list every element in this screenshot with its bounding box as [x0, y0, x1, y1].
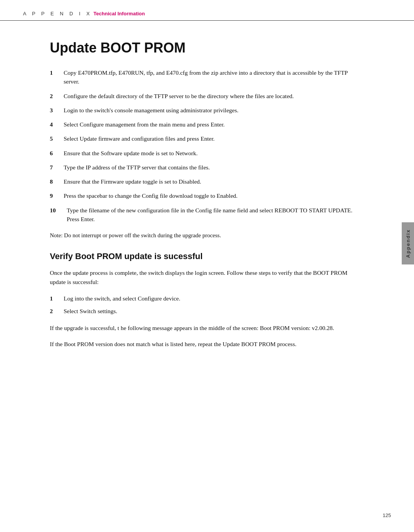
step-text: Login to the switch's console management…	[64, 106, 238, 115]
step-text: Ensure that the Firmware update toggle i…	[64, 177, 201, 186]
step-number: 2	[50, 307, 64, 315]
body-text-1: Once the update process is complete, the…	[50, 268, 364, 287]
body-text-3: If the Boot PROM version does not match …	[50, 340, 364, 349]
page-header: A P P E N D I X Technical Information	[0, 0, 414, 21]
list-item: 1 Log into the switch, and select Config…	[50, 294, 364, 303]
step-text: Press the spacebar to change the Config …	[64, 191, 238, 200]
list-item: 3 Login to the switch's console manageme…	[50, 106, 364, 115]
page-number: 125	[383, 512, 391, 518]
list-item: 2 Select Switch settings.	[50, 307, 364, 315]
step-number: 4	[50, 120, 64, 129]
list-item: 10 Type the filename of the new configur…	[50, 206, 364, 224]
step-number: 1	[50, 294, 64, 303]
list-item: 2 Configure the default directory of the…	[50, 92, 364, 100]
step-text: Copy E470PROM.tfp, E470RUN, tfp, and E47…	[64, 68, 364, 86]
body-text-2: If the upgrade is successful, t he follo…	[50, 323, 364, 333]
verify-steps-list: 1 Log into the switch, and select Config…	[50, 294, 364, 316]
list-item: 6 Ensure that the Software update mode i…	[50, 149, 364, 158]
step-number: 6	[50, 149, 64, 158]
step-number: 7	[50, 163, 64, 172]
step-number: 3	[50, 106, 64, 115]
step-number: 10	[50, 206, 67, 215]
step-text: Log into the switch, and select Configur…	[64, 294, 180, 303]
appendix-side-tab: Appendix	[402, 222, 414, 264]
list-item: 1 Copy E470PROM.tfp, E470RUN, tfp, and E…	[50, 68, 364, 86]
step-number: 5	[50, 134, 64, 143]
page-title: Update BOOT PROM	[50, 40, 364, 56]
step-text: Type the filename of the new configurati…	[67, 206, 364, 224]
page: A P P E N D I X Technical Information Ap…	[0, 0, 414, 532]
step-number: 8	[50, 177, 64, 186]
list-item: 4 Select Configure management from the m…	[50, 120, 364, 129]
main-content: Update BOOT PROM 1 Copy E470PROM.tfp, E4…	[0, 21, 414, 371]
step-text: Type the IP address of the TFTP server t…	[64, 163, 210, 172]
step-text: Select Switch settings.	[64, 307, 117, 315]
step-number: 9	[50, 191, 64, 200]
list-item: 9 Press the spacebar to change the Confi…	[50, 191, 364, 200]
header-title: Technical Information	[94, 11, 145, 16]
step-text: Select Configure management from the mai…	[64, 120, 225, 129]
list-item: 8 Ensure that the Firmware update toggle…	[50, 177, 364, 186]
note-text: Note: Do not interrupt or power off the …	[50, 231, 364, 240]
appendix-letters: A P P E N D I X	[23, 11, 92, 16]
steps-list: 1 Copy E470PROM.tfp, E470RUN, tfp, and E…	[50, 68, 364, 223]
list-item: 7 Type the IP address of the TFTP server…	[50, 163, 364, 172]
list-item: 5 Select Update firmware and configurati…	[50, 134, 364, 143]
step-text: Configure the default directory of the T…	[64, 92, 294, 100]
step-text: Ensure that the Software update mode is …	[64, 149, 198, 158]
step-text: Select Update firmware and configuration…	[64, 134, 215, 143]
step-number: 1	[50, 68, 64, 77]
step-number: 2	[50, 92, 64, 100]
section-subtitle: Verify Boot PROM update is sucessful	[50, 251, 364, 261]
